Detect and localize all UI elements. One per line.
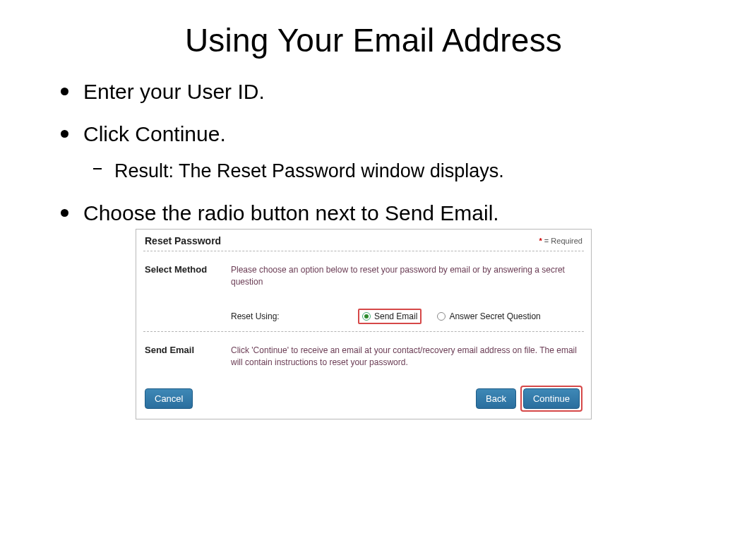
radio-off-icon [437, 312, 446, 321]
back-button[interactable]: Back [476, 388, 516, 409]
button-row: Cancel Back Continue [143, 386, 584, 412]
slide: Using Your Email Address Enter your User… [0, 0, 747, 560]
select-method-section: Select Method Please choose an option be… [143, 251, 584, 332]
reset-using-label: Reset Using: [231, 311, 358, 321]
send-email-label: Send Email [145, 345, 231, 369]
continue-button[interactable]: Continue [523, 388, 580, 409]
panel-title: Reset Password [145, 235, 221, 246]
bullet-click-continue: Click Continue. Result: The Reset Passwo… [83, 121, 698, 184]
radio-send-email[interactable]: Send Email [362, 311, 417, 321]
cancel-button[interactable]: Cancel [145, 388, 193, 409]
panel-header: Reset Password * = Required [143, 235, 584, 251]
send-email-section: Send Email Click 'Continue' to receive a… [143, 332, 584, 372]
screenshot-overlay-wrapper: Reset Password * = Required Select Metho… [49, 229, 698, 420]
reset-password-panel: Reset Password * = Required Select Metho… [136, 229, 592, 420]
bullet-enter-user-id: Enter your User ID. [83, 79, 698, 105]
send-email-instructions: Click 'Continue' to receive an email at … [231, 345, 582, 369]
radio-send-email-label: Send Email [374, 311, 417, 321]
reset-using-row: Reset Using: Send Email Answer Secret [231, 309, 582, 324]
select-method-instructions: Please choose an option below to reset y… [231, 264, 582, 289]
bullet-list: Enter your User ID. Click Continue. Resu… [59, 79, 698, 226]
radio-on-icon [362, 312, 371, 321]
highlight-send-email: Send Email [358, 309, 422, 324]
sub-bullet-list: Result: The Reset Password window displa… [113, 160, 698, 184]
radio-secret-question-label: Answer Secret Question [449, 311, 540, 321]
slide-title: Using Your Email Address [49, 21, 698, 59]
radio-secret-question[interactable]: Answer Secret Question [437, 311, 540, 321]
required-legend: * = Required [539, 237, 582, 245]
select-method-label: Select Method [145, 264, 231, 324]
bullet-choose-radio: Choose the radio button next to Send Ema… [83, 201, 698, 226]
bullet-click-continue-text: Click Continue. [83, 122, 226, 145]
highlight-continue: Continue [520, 386, 582, 412]
sub-bullet-result: Result: The Reset Password window displa… [113, 160, 698, 184]
required-text: = Required [542, 237, 582, 245]
